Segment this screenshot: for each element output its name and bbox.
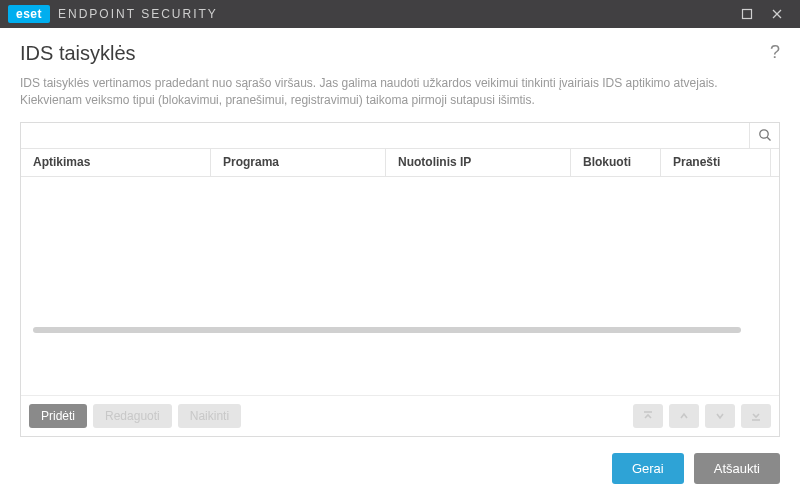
search-button[interactable] <box>749 123 779 148</box>
chevron-bottom-icon <box>749 409 763 423</box>
add-button[interactable]: Pridėti <box>29 404 87 428</box>
svg-rect-0 <box>743 10 752 19</box>
column-remote-ip[interactable]: Nuotolinis IP <box>386 149 571 176</box>
search-input[interactable] <box>21 123 749 148</box>
brand-badge: eset <box>8 5 50 23</box>
column-notify[interactable]: Pranešti <box>661 149 771 176</box>
search-icon <box>758 128 772 142</box>
chevron-up-icon <box>677 409 691 423</box>
move-bottom-button <box>741 404 771 428</box>
chevron-top-icon <box>641 409 655 423</box>
cancel-button[interactable]: Atšaukti <box>694 453 780 484</box>
page-description: IDS taisyklės vertinamos pradedant nuo s… <box>0 71 800 122</box>
help-icon[interactable]: ? <box>770 42 780 63</box>
column-log[interactable]: Žurn <box>771 149 779 176</box>
move-down-button <box>705 404 735 428</box>
action-bar: Pridėti Redaguoti Naikinti <box>21 395 779 436</box>
column-detection[interactable]: Aptikimas <box>21 149 211 176</box>
rules-panel: Aptikimas Programa Nuotolinis IP Blokuot… <box>20 122 780 437</box>
ok-button[interactable]: Gerai <box>612 453 684 484</box>
column-program[interactable]: Programa <box>211 149 386 176</box>
close-button[interactable] <box>762 0 792 28</box>
titlebar: eset ENDPOINT SECURITY <box>0 0 800 28</box>
edit-button: Redaguoti <box>93 404 172 428</box>
search-row <box>21 123 779 149</box>
table-header: Aptikimas Programa Nuotolinis IP Blokuot… <box>21 149 779 177</box>
dialog-footer: Gerai Atšaukti <box>0 437 800 500</box>
column-block[interactable]: Blokuoti <box>571 149 661 176</box>
svg-point-3 <box>759 130 767 138</box>
move-top-button <box>633 404 663 428</box>
product-name: ENDPOINT SECURITY <box>58 7 218 21</box>
delete-button: Naikinti <box>178 404 241 428</box>
minimize-button[interactable] <box>732 0 762 28</box>
table: Aptikimas Programa Nuotolinis IP Blokuot… <box>21 149 779 395</box>
move-up-button <box>669 404 699 428</box>
table-body <box>21 177 779 337</box>
horizontal-scrollbar[interactable] <box>33 327 741 333</box>
chevron-down-icon <box>713 409 727 423</box>
svg-line-4 <box>767 137 770 140</box>
page-title: IDS taisyklės <box>20 42 770 65</box>
